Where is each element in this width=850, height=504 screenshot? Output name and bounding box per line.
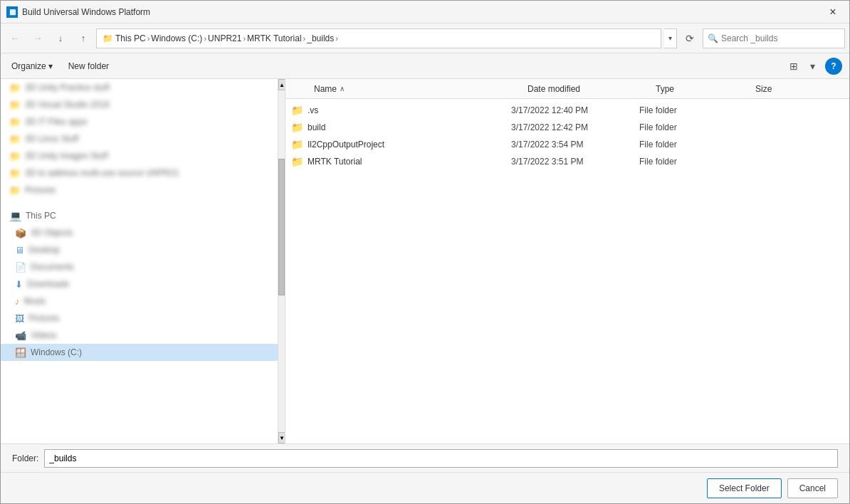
folder-icon: 📁	[9, 134, 21, 145]
refresh-button[interactable]: ⟳	[680, 28, 700, 48]
new-folder-button[interactable]: New folder	[65, 59, 112, 73]
file-date: 3/17/2022 12:40 PM	[511, 105, 639, 115]
documents-icon: 📄	[15, 262, 26, 273]
sidebar-label-3: 3D IT Files apps	[25, 117, 87, 127]
file-row[interactable]: 📁 Il2CppOutputProject 3/17/2022 3:54 PM …	[285, 136, 849, 153]
music-icon: ♪	[15, 296, 20, 307]
path-segment-builds: _builds	[307, 33, 334, 43]
sidebar-drive-downloads[interactable]: ⬇ Downloads	[1, 275, 278, 293]
sidebar-drive-videos[interactable]: 📹 Videos	[1, 327, 278, 344]
file-date: 3/17/2022 12:42 PM	[511, 122, 639, 132]
sidebar-item-4[interactable]: 📁 3D Linux Stuff	[1, 130, 278, 147]
folder-icon: 📁	[291, 105, 303, 116]
sidebar-drive-windows[interactable]: 🪟 Windows (C:)	[1, 344, 278, 361]
path-segment-thispc: This PC	[115, 33, 146, 43]
app-icon: ▦	[6, 6, 18, 18]
address-path[interactable]: 📁 This PC › Windows (C:) › UNPR21 › MRTK…	[96, 28, 661, 48]
close-button[interactable]: ×	[822, 2, 844, 22]
windows-drive-icon: 🪟	[15, 347, 26, 358]
drive-label-6: Pictures	[28, 313, 59, 323]
folder-bar: Folder:	[1, 443, 849, 472]
file-list-header: Name ∧ Date modified Type Size	[285, 79, 849, 99]
cancel-button[interactable]: Cancel	[787, 478, 838, 498]
windows-drive-label: Windows (C:)	[31, 347, 82, 357]
sidebar-drive-documents[interactable]: 📄 Documents	[1, 258, 278, 275]
sidebar-drive-pictures[interactable]: 🖼 Pictures	[1, 310, 278, 327]
drive-label-7: Videos	[31, 330, 56, 340]
folder-icon: 📁	[9, 168, 21, 179]
sidebar-item-6[interactable]: 📁 3D to address multi-use source UNPR21	[1, 164, 278, 182]
scroll-down-button[interactable]: ▼	[278, 432, 285, 443]
file-date: 3/17/2022 3:51 PM	[511, 157, 639, 167]
col-header-name[interactable]: Name ∧	[311, 83, 525, 95]
sidebar-drive-music[interactable]: ♪ Music	[1, 293, 278, 310]
sidebar-drive-3dobjects[interactable]: 📦 3D Objects	[1, 224, 278, 241]
help-button[interactable]: ?	[825, 58, 842, 75]
back-button[interactable]: ←	[5, 28, 25, 48]
folder-icon: 📁	[9, 185, 21, 196]
sidebar-item-5[interactable]: 📁 3D Unity Images Stuff	[1, 147, 278, 164]
folder-icon: 📁	[9, 117, 21, 127]
path-folder-icon: 📁	[103, 33, 113, 43]
view-toggle-button[interactable]: ⊞	[785, 58, 802, 75]
file-type: File folder	[639, 105, 739, 115]
sidebar-label-4: 3D Linux Stuff	[25, 134, 78, 144]
sidebar-item-thispc[interactable]: 💻 This PC	[1, 207, 278, 224]
scroll-up-button[interactable]: ▲	[278, 79, 285, 90]
sidebar-item-2[interactable]: 📁 3D Visual Studio 2019	[1, 96, 278, 113]
folder-icon: 📁	[291, 139, 303, 150]
sidebar-scrollbar[interactable]: ▲ ▼	[278, 79, 285, 443]
address-bar: ← → ↓ ↑ 📁 This PC › Windows (C:) › UNPR2…	[1, 23, 849, 53]
sidebar-label-7: Pictures	[25, 185, 56, 195]
forward-button[interactable]: →	[28, 28, 48, 48]
buttons-bar: Select Folder Cancel	[1, 472, 849, 503]
search-input[interactable]	[721, 33, 840, 43]
title-bar: ▦ Build Universal Windows Platform ×	[1, 1, 849, 23]
file-name: .vs	[308, 105, 511, 115]
path-segment-windows: Windows (C:)	[151, 33, 202, 43]
view-icons: ⊞ ▾ ?	[785, 58, 842, 75]
videos-icon: 📹	[15, 330, 26, 341]
file-row[interactable]: 📁 build 3/17/2022 12:42 PM File folder	[285, 119, 849, 136]
folder-icon: 📁	[291, 122, 303, 133]
sidebar-item-7[interactable]: 📁 Pictures	[1, 182, 278, 199]
up-button[interactable]: ↑	[73, 28, 93, 48]
folder-input[interactable]	[44, 449, 838, 468]
select-folder-button[interactable]: Select Folder	[707, 478, 782, 498]
folder-icon: 📁	[291, 156, 303, 167]
file-row[interactable]: 📁 .vs 3/17/2022 12:40 PM File folder	[285, 102, 849, 119]
folder-label: Folder:	[12, 453, 38, 463]
folder-icon: 📁	[9, 100, 21, 110]
sidebar-label-5: 3D Unity Images Stuff	[25, 151, 108, 161]
folder-icon: 📁	[9, 83, 21, 93]
col-header-date[interactable]: Date modified	[525, 83, 653, 95]
sidebar-drive-desktop[interactable]: 🖥 Desktop	[1, 241, 278, 258]
sidebar-item-1[interactable]: 📁 3D Unity Practice stuff	[1, 79, 278, 96]
drive-label-4: Downloads	[27, 279, 69, 289]
file-type: File folder	[639, 140, 739, 149]
file-row[interactable]: 📁 MRTK Tutorial 3/17/2022 3:51 PM File f…	[285, 153, 849, 170]
view-dropdown-button[interactable]: ▾	[804, 58, 821, 75]
organize-button[interactable]: Organize ▾	[8, 59, 56, 73]
file-list: 📁 .vs 3/17/2022 12:40 PM File folder 📁 b…	[285, 99, 849, 443]
toolbar: Organize ▾ New folder ⊞ ▾ ?	[1, 53, 849, 79]
sort-arrow: ∧	[340, 85, 345, 93]
col-header-size[interactable]: Size	[752, 83, 844, 95]
search-icon: 🔍	[708, 33, 718, 43]
file-name: Il2CppOutputProject	[308, 140, 511, 149]
sidebar-item-3[interactable]: 📁 3D IT Files apps	[1, 113, 278, 130]
title-bar-text: Build Universal Windows Platform	[22, 7, 822, 17]
drive-label-5: Music	[24, 296, 46, 306]
sidebar-label-2: 3D Visual Studio 2019	[25, 100, 110, 110]
file-type: File folder	[639, 157, 739, 167]
drive-label-3: Documents	[31, 262, 74, 272]
dropdown-button[interactable]: ↓	[51, 28, 70, 48]
file-name: MRTK Tutorial	[308, 157, 511, 167]
search-box: 🔍	[703, 28, 845, 48]
col-header-type[interactable]: Type	[653, 83, 752, 95]
dialog-window: ▦ Build Universal Windows Platform × ← →…	[0, 0, 850, 504]
file-list-container: Name ∧ Date modified Type Size 📁 .vs	[285, 79, 849, 443]
scroll-thumb[interactable]	[278, 159, 285, 295]
address-dropdown-button[interactable]: ▾	[664, 28, 677, 48]
scroll-thumb-area	[278, 90, 285, 432]
